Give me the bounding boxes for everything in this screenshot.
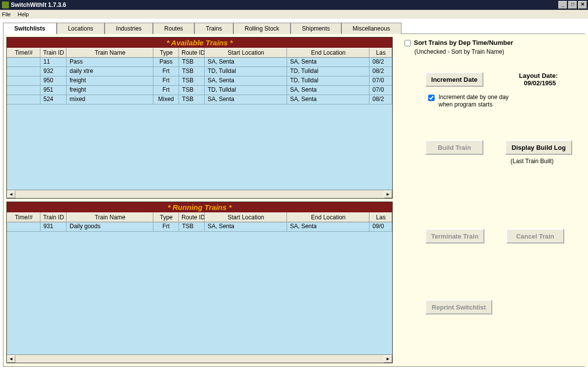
table-row[interactable]: 524mixedMixedTSBSA, SentaSA, Senta08/2 [7, 95, 392, 104]
cell: TSB [179, 95, 205, 104]
scroll-right-icon[interactable]: ► [384, 355, 392, 363]
col-train-name[interactable]: Train Name [67, 48, 153, 58]
cell: SA, Senta [205, 76, 287, 86]
cell: 951 [40, 86, 67, 95]
cell: SA, Senta [287, 58, 369, 67]
cell: SA, Senta [287, 86, 369, 95]
cell: Frt [153, 76, 179, 86]
cell: SA, Senta [287, 95, 369, 104]
cell [7, 95, 40, 104]
cell: TD, Tulldal [205, 86, 287, 95]
cell: 08/2 [369, 67, 392, 76]
cell: TSB [179, 58, 205, 67]
app-title: SwitchWithIt 1.7.3.6 [11, 1, 66, 8]
cell: 08/2 [369, 58, 392, 67]
col-last[interactable]: Las [369, 212, 392, 222]
tab-shipments[interactable]: Shipments [291, 23, 341, 34]
minimize-button[interactable]: _ [558, 1, 567, 9]
table-row[interactable]: 950freightFrtTSBSA, SentaTD, Tulldal07/0 [7, 76, 392, 86]
table-row[interactable]: 951freightFrtTSBTD, TulldalSA, Senta07/0 [7, 86, 392, 95]
tab-switchlists[interactable]: Switchlists [3, 23, 57, 34]
table-row[interactable]: 931Daily goodsFrtTSBSA, SentaSA, Senta09… [7, 222, 392, 232]
build-train-button[interactable]: Build Train [425, 140, 483, 155]
display-build-log-button[interactable]: Display Build Log [505, 140, 572, 155]
running-trains-panel: * Running Trains * Time/# Train ID Train… [6, 202, 393, 363]
cell: 07/0 [369, 76, 392, 86]
scroll-track[interactable] [15, 191, 384, 198]
cell: TSB [179, 222, 205, 232]
col-route-id[interactable]: Route ID [179, 48, 205, 58]
cell: mixed [67, 95, 153, 104]
col-time[interactable]: Time/# [7, 212, 40, 222]
tab-miscellaneous[interactable]: Miscellaneous [341, 23, 402, 34]
col-last[interactable]: Las [369, 48, 392, 58]
available-trains-panel: * Available Trains * Time/# Train ID Tra… [6, 37, 393, 199]
col-time[interactable]: Time/# [7, 48, 40, 58]
cell: daily xtre [67, 67, 153, 76]
col-train-id[interactable]: Train ID [40, 212, 67, 222]
cell: Frt [153, 222, 179, 232]
scroll-right-icon[interactable]: ► [384, 191, 392, 198]
tables-pane: * Available Trains * Time/# Train ID Tra… [3, 34, 396, 366]
cell: Frt [153, 86, 179, 95]
cell: TSB [179, 86, 205, 95]
cell: SA, Senta [205, 222, 287, 232]
cell [7, 58, 40, 67]
sort-hint: (Unchecked - Sort by Train Name) [414, 48, 588, 55]
col-start-loc[interactable]: Start Location [205, 48, 287, 58]
tab-locations[interactable]: Locations [57, 23, 105, 34]
tab-routes[interactable]: Routes [153, 23, 194, 34]
close-button[interactable]: ✕ [578, 1, 587, 9]
menu-file[interactable]: File [2, 11, 11, 17]
layout-date-value: 09/02/1955 [524, 79, 556, 87]
col-start-loc[interactable]: Start Location [205, 212, 287, 222]
cell: TD, Tulldal [287, 67, 369, 76]
sort-checkbox[interactable] [404, 40, 411, 46]
cell: SA, Senta [205, 58, 287, 67]
reprint-switchlist-button[interactable]: Reprint Switchlist [425, 300, 492, 314]
tab-rollingstock[interactable]: Rolling Stock [233, 23, 291, 34]
scroll-track[interactable] [15, 355, 384, 363]
tab-trains[interactable]: Trains [194, 23, 233, 34]
table-row[interactable]: 11PassPassTSBSA, SentaSA, Senta08/2 [7, 58, 392, 67]
table-row[interactable]: 932daily xtreFrtTSBTD, TulldalTD, Tullda… [7, 67, 392, 76]
sort-label: Sort Trains by Dep Time/Number [414, 39, 513, 46]
cell: TD, Tulldal [205, 67, 287, 76]
col-train-name[interactable]: Train Name [67, 212, 153, 222]
available-hscroll[interactable]: ◄ ► [7, 190, 392, 198]
cancel-train-button[interactable]: Cancel Train [506, 229, 564, 243]
available-body[interactable]: 11PassPassTSBSA, SentaSA, Senta08/2932da… [7, 58, 392, 190]
running-hscroll[interactable]: ◄ ► [7, 354, 392, 363]
col-end-loc[interactable]: End Location [287, 212, 369, 222]
running-body[interactable]: 931Daily goodsFrtTSBSA, SentaSA, Senta09… [7, 222, 392, 354]
terminate-train-button[interactable]: Terminate Train [425, 229, 484, 243]
maximize-button[interactable]: □ [568, 1, 577, 9]
scroll-left-icon[interactable]: ◄ [7, 191, 15, 198]
menu-help[interactable]: Help [18, 11, 29, 17]
available-trains-caption: * Available Trains * [7, 37, 392, 48]
cell: freight [67, 86, 153, 95]
col-end-loc[interactable]: End Location [287, 48, 369, 58]
available-header: Time/# Train ID Train Name Type Route ID… [7, 48, 392, 58]
col-type[interactable]: Type [153, 48, 179, 58]
cell: SA, Senta [287, 222, 369, 232]
increment-on-start-checkbox[interactable] [428, 95, 435, 101]
cell: TSB [179, 76, 205, 86]
increment-date-button[interactable]: Increment Date [425, 72, 483, 87]
cell [7, 67, 40, 76]
col-type[interactable]: Type [153, 212, 179, 222]
tab-industries[interactable]: Industries [105, 23, 153, 34]
running-header: Time/# Train ID Train Name Type Route ID… [7, 212, 392, 222]
scroll-left-icon[interactable]: ◄ [7, 355, 15, 363]
tabs-row: Switchlists Locations Industries Routes … [3, 22, 585, 34]
col-train-id[interactable]: Train ID [40, 48, 67, 58]
cell: Daily goods [67, 222, 153, 232]
cell: freight [67, 76, 153, 86]
cell: 09/0 [369, 222, 392, 232]
content-pane: * Available Trains * Time/# Train ID Tra… [3, 34, 585, 367]
col-route-id[interactable]: Route ID [179, 212, 205, 222]
cell [7, 86, 40, 95]
cell: 950 [40, 76, 67, 86]
layout-date-label: Layout Date: [519, 72, 558, 79]
cell: Frt [153, 67, 179, 76]
